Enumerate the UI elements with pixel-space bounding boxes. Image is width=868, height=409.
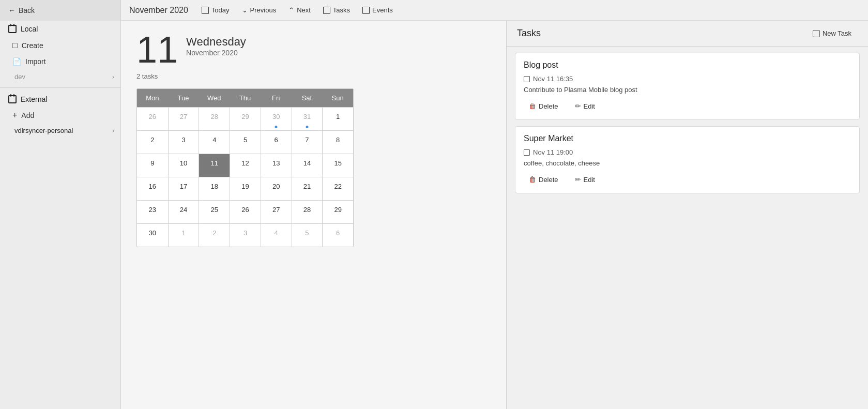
calendar-day-cell[interactable]: 5 xyxy=(292,224,323,247)
mini-calendar: MonTueWedThuFriSatSun 262728293031123456… xyxy=(136,88,354,247)
next-label: Next xyxy=(297,6,311,14)
calendar-day-cell[interactable]: 2 xyxy=(137,131,168,154)
today-label: Today xyxy=(211,6,230,14)
task-title: Super Market xyxy=(524,134,851,143)
calendar-day-cell[interactable]: 13 xyxy=(261,154,292,177)
task-title: Blog post xyxy=(524,60,851,70)
next-button[interactable]: ⌃ Next xyxy=(283,4,316,16)
task-actions: 🗑 Delete ✏ Edit xyxy=(524,100,851,112)
calendar-body: 2627282930311234567891011121314151617181… xyxy=(137,107,353,247)
back-button[interactable]: ← Back xyxy=(0,0,120,21)
events-label: Events xyxy=(372,6,393,14)
calendar-day-cell[interactable]: 4 xyxy=(199,131,230,154)
new-task-icon xyxy=(813,30,820,37)
calendar-day-cell[interactable]: 1 xyxy=(322,108,353,130)
edit-button[interactable]: ✏ Edit xyxy=(570,100,600,112)
edit-button[interactable]: ✏ Edit xyxy=(570,173,600,186)
create-label: Create xyxy=(22,41,43,50)
content-area: 11 Wednesday November 2020 2 tasks MonTu… xyxy=(121,21,868,409)
calendar-day-cell[interactable]: 2 xyxy=(199,224,230,247)
calendar-day-header: Thu xyxy=(230,89,261,107)
calendar-day-cell[interactable]: 26 xyxy=(230,201,261,223)
calendar-day-cell[interactable]: 28 xyxy=(199,108,230,130)
events-button[interactable]: Events xyxy=(357,4,398,16)
previous-label: Previous xyxy=(250,6,277,14)
calendar-day-header: Wed xyxy=(199,89,230,107)
create-icon: □ xyxy=(12,41,18,50)
calendar-day-cell[interactable]: 31 xyxy=(292,108,323,130)
calendar-day-header: Fri xyxy=(261,89,292,107)
calendar-day-header: Sat xyxy=(292,89,323,107)
vdirsyncer-label: vdirsyncer-personal xyxy=(12,127,73,134)
calendar-day-cell[interactable]: 15 xyxy=(322,154,353,177)
tasks-count: 2 tasks xyxy=(136,72,491,80)
new-task-label: New Task xyxy=(823,29,851,37)
task-date-icon xyxy=(524,149,530,156)
calendar-day-cell[interactable]: 25 xyxy=(199,201,230,223)
task-description: Contribute to Plasma Mobile blog post xyxy=(524,86,851,94)
new-task-button[interactable]: New Task xyxy=(806,27,858,40)
calendar-day-cell[interactable]: 22 xyxy=(322,177,353,200)
calendar-day-cell[interactable]: 17 xyxy=(168,177,199,200)
events-icon xyxy=(362,7,370,14)
calendar-day-cell[interactable]: 24 xyxy=(168,201,199,223)
calendar-day-cell[interactable]: 16 xyxy=(137,177,168,200)
calendar-day-cell[interactable]: 30 xyxy=(261,108,292,130)
calendar-day-cell[interactable]: 26 xyxy=(137,108,168,130)
calendar-week-row: 9101112131415 xyxy=(137,154,353,177)
calendar-day-cell[interactable]: 23 xyxy=(137,201,168,223)
delete-button[interactable]: 🗑 Delete xyxy=(524,100,564,112)
add-item[interactable]: + Add xyxy=(0,108,120,123)
vdirsyncer-item[interactable]: vdirsyncer-personal › xyxy=(0,123,120,138)
calendar-day-cell[interactable]: 3 xyxy=(230,224,261,247)
today-button[interactable]: Today xyxy=(196,4,235,16)
calendar-day-cell[interactable]: 9 xyxy=(137,154,168,177)
date-number: 11 xyxy=(136,31,178,68)
calendar-day-cell[interactable]: 27 xyxy=(168,108,199,130)
task-card: Blog post Nov 11 16:35 Contribute to Pla… xyxy=(515,53,860,120)
task-card: Super Market Nov 11 19:00 coffee, chocol… xyxy=(515,126,860,193)
calendar-day-cell[interactable]: 14 xyxy=(292,154,323,177)
calendar-day-cell[interactable]: 3 xyxy=(168,131,199,154)
calendar-day-header: Tue xyxy=(168,89,199,107)
calendar-day-cell[interactable]: 29 xyxy=(322,201,353,223)
dev-item[interactable]: dev › xyxy=(0,69,120,84)
calendar-day-cell[interactable]: 12 xyxy=(230,154,261,177)
task-date: Nov 11 19:00 xyxy=(524,148,851,156)
task-date-text: Nov 11 16:35 xyxy=(533,75,573,83)
tasks-button[interactable]: Tasks xyxy=(318,4,355,16)
calendar-day-cell[interactable]: 4 xyxy=(261,224,292,247)
calendar-header-row: MonTueWedThuFriSatSun xyxy=(137,89,353,107)
calendar-day-cell[interactable]: 1 xyxy=(168,224,199,247)
calendar-day-cell[interactable]: 28 xyxy=(292,201,323,223)
import-item[interactable]: 📄 Import xyxy=(0,54,120,69)
create-item[interactable]: □ Create xyxy=(0,37,120,54)
external-section: External xyxy=(0,91,120,108)
delete-label: Delete xyxy=(539,176,558,184)
calendar-day-header: Mon xyxy=(137,89,168,107)
calendar-day-cell[interactable]: 7 xyxy=(292,131,323,154)
calendar-day-cell[interactable]: 5 xyxy=(230,131,261,154)
delete-button[interactable]: 🗑 Delete xyxy=(524,173,564,186)
calendar-day-cell[interactable]: 6 xyxy=(261,131,292,154)
calendar-day-cell[interactable]: 21 xyxy=(292,177,323,200)
calendar-day-cell[interactable]: 6 xyxy=(322,224,353,247)
calendar-day-cell[interactable]: 19 xyxy=(230,177,261,200)
calendar-day-cell[interactable]: 29 xyxy=(230,108,261,130)
tasks-list: Blog post Nov 11 16:35 Contribute to Pla… xyxy=(507,47,868,200)
today-calendar-icon xyxy=(202,7,209,14)
edit-label: Edit xyxy=(584,176,595,184)
calendar-day-cell[interactable]: 8 xyxy=(322,131,353,154)
calendar-day-cell[interactable]: 11 xyxy=(199,154,230,177)
calendar-day-cell[interactable]: 20 xyxy=(261,177,292,200)
task-date-text: Nov 11 19:00 xyxy=(533,148,573,156)
calendar-day-cell[interactable]: 27 xyxy=(261,201,292,223)
calendar-day-cell[interactable]: 18 xyxy=(199,177,230,200)
calendar-day-cell[interactable]: 10 xyxy=(168,154,199,177)
calendar-day-cell[interactable]: 30 xyxy=(137,224,168,247)
local-label: Local xyxy=(21,25,38,33)
calendar-week-row: 2345678 xyxy=(137,130,353,154)
tasks-panel: Tasks New Task Blog post Nov 11 16:35 Co… xyxy=(506,21,868,409)
import-icon: 📄 xyxy=(12,57,21,66)
previous-button[interactable]: ⌄ Previous xyxy=(237,4,282,16)
